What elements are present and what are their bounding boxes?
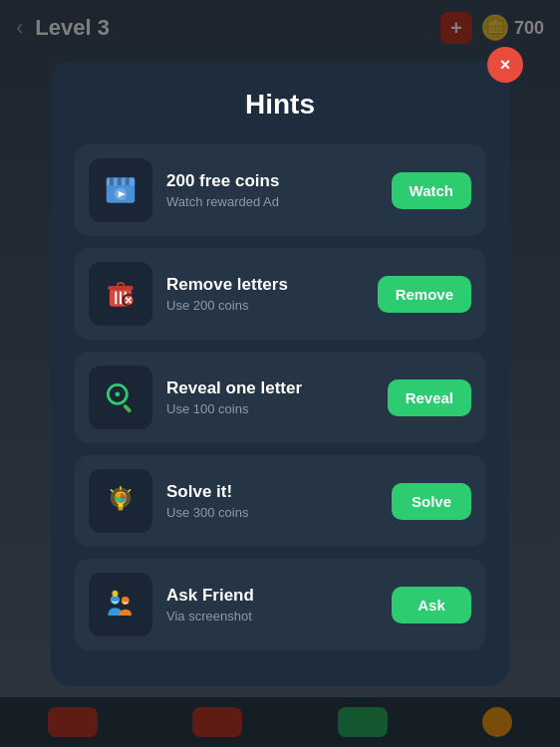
hint-desc-solve: Use 300 coins — [166, 505, 378, 520]
hint-text-reveal: Reveal one letter Use 100 coins — [166, 378, 374, 416]
hint-desc-ask-friend: Via screenshot — [166, 609, 378, 623]
svg-point-18 — [115, 391, 120, 396]
modal-overlay: × Hints — [0, 0, 560, 747]
remove-letters-icon — [89, 262, 152, 326]
hint-desc-reveal: Use 100 coins — [166, 401, 374, 416]
svg-rect-15 — [123, 403, 133, 413]
watch-button[interactable]: Watch — [392, 172, 471, 209]
hint-desc-remove: Use 200 coins — [166, 298, 364, 313]
ask-button[interactable]: Ask — [392, 587, 471, 623]
friend-icon — [89, 573, 152, 636]
hint-desc-free-coins: Watch rewarded Ad — [166, 194, 378, 209]
modal-title: Hints — [75, 89, 485, 121]
hint-text-free-coins: 200 free coins Watch rewarded Ad — [166, 171, 378, 209]
hint-row-free-coins: 200 free coins Watch rewarded Ad Watch — [75, 144, 485, 236]
hint-row-ask-friend: Ask Friend Via screenshot Ask — [75, 559, 485, 650]
hint-row-remove-letters: Remove letters Use 200 coins Remove — [75, 248, 485, 340]
close-button[interactable]: × — [487, 47, 523, 83]
hint-text-ask-friend: Ask Friend Via screenshot — [166, 586, 378, 623]
remove-button[interactable]: Remove — [378, 276, 471, 313]
hint-name-solve: Solve it! — [166, 482, 378, 502]
hint-text-solve: Solve it! Use 300 coins — [166, 482, 378, 520]
svg-rect-2 — [110, 177, 114, 185]
magnify-icon — [89, 366, 152, 429]
svg-rect-21 — [119, 509, 124, 511]
bulb-icon — [89, 469, 152, 533]
game-background: ‹ Level 3 + 🪙 700 × Hints — [0, 0, 560, 747]
svg-line-24 — [112, 490, 114, 492]
reveal-button[interactable]: Reveal — [388, 379, 471, 416]
svg-rect-11 — [108, 286, 133, 290]
solve-button[interactable]: Solve — [392, 483, 471, 520]
clapboard-icon — [89, 158, 152, 222]
hint-name-free-coins: 200 free coins — [166, 171, 378, 191]
hint-row-solve: Solve it! Use 300 coins Solve — [75, 455, 485, 547]
hint-text-remove: Remove letters Use 200 coins — [166, 275, 364, 313]
svg-rect-3 — [118, 177, 122, 185]
svg-rect-4 — [126, 177, 130, 185]
hint-name-remove: Remove letters — [166, 275, 364, 295]
svg-line-25 — [129, 490, 131, 492]
hints-modal: × Hints — [51, 61, 509, 686]
hint-name-reveal: Reveal one letter — [166, 378, 374, 398]
hint-row-reveal: Reveal one letter Use 100 coins Reveal — [75, 352, 485, 443]
hint-name-ask-friend: Ask Friend — [166, 586, 378, 606]
